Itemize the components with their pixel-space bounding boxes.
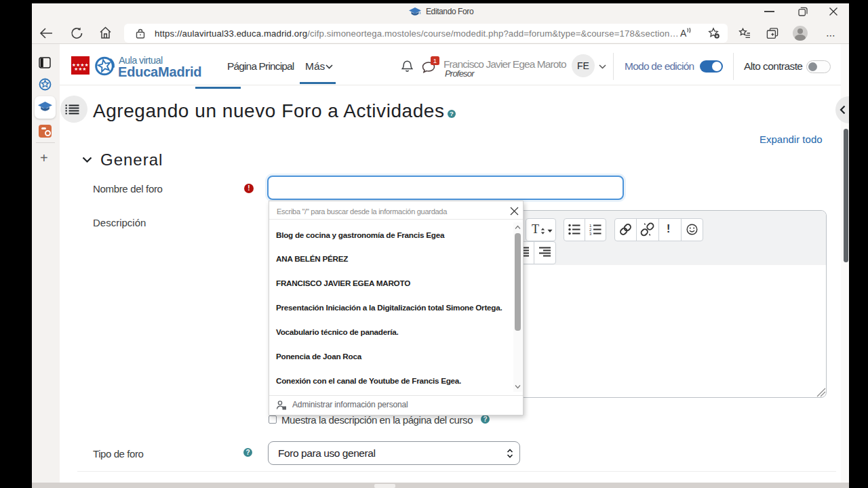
svg-text:3: 3	[589, 232, 592, 235]
